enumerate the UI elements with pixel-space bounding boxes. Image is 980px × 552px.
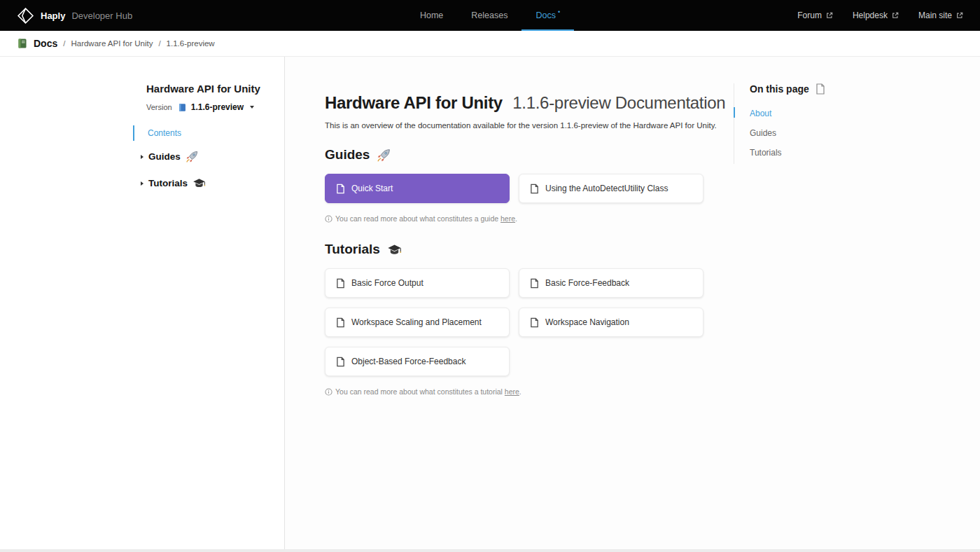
triangle-right-icon xyxy=(141,181,144,186)
top-navigation-bar: Haply Developer Hub Home Releases Docs •… xyxy=(0,0,980,31)
rocket-icon xyxy=(186,150,199,163)
sidebar-tutorials-label: Tutorials xyxy=(148,178,188,188)
document-icon xyxy=(336,278,345,289)
guides-heading: Guides xyxy=(325,147,704,163)
helpdesk-link-label: Helpdesk xyxy=(853,11,888,20)
document-icon xyxy=(336,317,345,328)
helpdesk-link[interactable]: Helpdesk xyxy=(853,11,899,20)
external-link-icon xyxy=(826,12,833,19)
guides-card-grid: Quick Start Using the AutoDetectUtility … xyxy=(325,174,704,203)
guides-heading-label: Guides xyxy=(325,147,370,163)
sidebar-nav: Contents Guides xyxy=(133,125,284,194)
breadcrumb-separator: / xyxy=(158,39,160,48)
external-link-icon xyxy=(892,12,899,19)
page-title-product: Hardware API for Unity xyxy=(325,93,503,112)
on-this-page-panel: On this page About Guides Tutorials xyxy=(734,57,853,552)
document-icon xyxy=(530,184,539,194)
tutorials-heading: Tutorials xyxy=(325,242,704,257)
guide-card-autodetectutility[interactable]: Using the AutoDetectUtility Class xyxy=(519,174,704,203)
document-icon xyxy=(336,184,345,194)
left-sidebar: Hardware API for Unity Version 1.1.6-pre… xyxy=(0,57,285,552)
graduation-cap-icon xyxy=(387,242,402,257)
guides-note-text: You can read more about what constitutes… xyxy=(335,214,500,223)
tutorials-note-text: You can read more about what constitutes… xyxy=(335,387,505,396)
horizontal-scrollbar[interactable] xyxy=(0,549,980,552)
tutorials-card-grid: Basic Force Output Basic Force-Feedback xyxy=(325,268,704,376)
page-outline-icon xyxy=(816,83,825,95)
page-title: Hardware API for Unity 1.1.6-preview Doc… xyxy=(325,93,704,113)
toc-item-about[interactable]: About xyxy=(750,105,853,125)
sidebar-item-contents[interactable]: Contents xyxy=(133,125,284,141)
toc-heading: On this page xyxy=(750,83,809,95)
primary-nav: Home Releases Docs • xyxy=(406,0,574,31)
sidebar-guides-label: Guides xyxy=(148,151,181,162)
toc-list: About Guides Tutorials xyxy=(750,105,853,164)
main-site-link-label: Main site xyxy=(918,11,952,20)
toc-item-tutorials[interactable]: Tutorials xyxy=(750,144,853,164)
document-icon xyxy=(336,357,345,367)
external-link-icon xyxy=(956,12,963,19)
main-site-link[interactable]: Main site xyxy=(918,11,963,20)
external-links: Forum Helpdesk Main site xyxy=(797,11,963,20)
version-value: 1.1.6-preview xyxy=(191,102,244,112)
main-content: Hardware API for Unity 1.1.6-preview Doc… xyxy=(285,57,980,552)
triangle-right-icon xyxy=(141,155,144,159)
document-icon xyxy=(530,317,539,328)
book-icon xyxy=(17,38,28,49)
tutorial-card-workspace-scaling[interactable]: Workspace Scaling and Placement xyxy=(325,308,510,337)
nav-releases[interactable]: Releases xyxy=(457,0,522,31)
nav-releases-label: Releases xyxy=(471,11,507,20)
brand-name: Haply xyxy=(41,11,65,21)
card-label: Workspace Scaling and Placement xyxy=(351,317,482,327)
version-selector[interactable]: Version 1.1.6-preview xyxy=(133,102,284,112)
chevron-down-icon xyxy=(250,106,254,109)
guide-card-quick-start[interactable]: Quick Start xyxy=(325,174,510,203)
forum-link[interactable]: Forum xyxy=(797,11,833,20)
tutorials-note-link[interactable]: here xyxy=(505,387,519,396)
nav-docs-label: Docs xyxy=(536,11,555,20)
guides-note: You can read more about what constitutes… xyxy=(325,214,704,224)
guides-note-link[interactable]: here xyxy=(500,214,515,223)
brand-suffix: Developer Hub xyxy=(71,11,132,21)
breadcrumb-separator: / xyxy=(63,39,65,48)
toc-item-guides[interactable]: Guides xyxy=(750,125,853,144)
document-icon xyxy=(530,278,539,289)
card-label: Using the AutoDetectUtility Class xyxy=(545,184,668,193)
breadcrumb-segment-product[interactable]: Hardware API for Unity xyxy=(71,39,153,48)
page-title-version: 1.1.6-preview Documentation xyxy=(512,93,725,112)
sidebar-title: Hardware API for Unity xyxy=(133,83,284,95)
sidebar-item-guides[interactable]: Guides xyxy=(133,146,284,167)
rocket-icon xyxy=(377,148,391,163)
version-label: Version xyxy=(146,103,172,111)
nav-home-label: Home xyxy=(420,11,443,20)
info-icon xyxy=(325,388,332,397)
info-icon xyxy=(325,215,332,224)
tutorials-heading-label: Tutorials xyxy=(325,242,380,257)
intro-paragraph: This is an overview of the documentation… xyxy=(325,121,704,130)
brand-home-link[interactable]: Haply Developer Hub xyxy=(17,7,132,25)
card-label: Basic Force Output xyxy=(351,278,424,288)
tutorials-note: You can read more about what constitutes… xyxy=(325,387,704,397)
breadcrumb-segment-version[interactable]: 1.1.6-preview xyxy=(167,39,215,48)
breadcrumb-root[interactable]: Docs xyxy=(34,38,57,49)
breadcrumb: Docs / Hardware API for Unity / 1.1.6-pr… xyxy=(0,31,980,57)
tutorials-note-period: . xyxy=(519,387,522,396)
card-label: Object-Based Force-Feedback xyxy=(351,357,465,366)
card-label: Workspace Navigation xyxy=(545,317,629,327)
card-label: Quick Start xyxy=(351,184,393,193)
nav-docs[interactable]: Docs • xyxy=(522,0,574,31)
guides-note-period: . xyxy=(515,214,517,223)
forum-link-label: Forum xyxy=(797,11,822,20)
tutorial-card-basic-force-output[interactable]: Basic Force Output xyxy=(325,268,510,298)
docs-new-dot-badge: • xyxy=(558,9,560,15)
card-label: Basic Force-Feedback xyxy=(545,278,629,288)
haply-diamond-logo-icon xyxy=(17,7,34,25)
sidebar-item-tutorials[interactable]: Tutorials xyxy=(133,172,284,194)
tutorial-card-object-based-force-feedback[interactable]: Object-Based Force-Feedback xyxy=(325,347,510,376)
tutorial-card-basic-force-feedback[interactable]: Basic Force-Feedback xyxy=(519,268,704,298)
graduation-cap-icon xyxy=(192,177,206,190)
tutorial-card-workspace-navigation[interactable]: Workspace Navigation xyxy=(519,308,704,337)
book-icon xyxy=(178,103,187,112)
nav-home[interactable]: Home xyxy=(406,0,457,31)
